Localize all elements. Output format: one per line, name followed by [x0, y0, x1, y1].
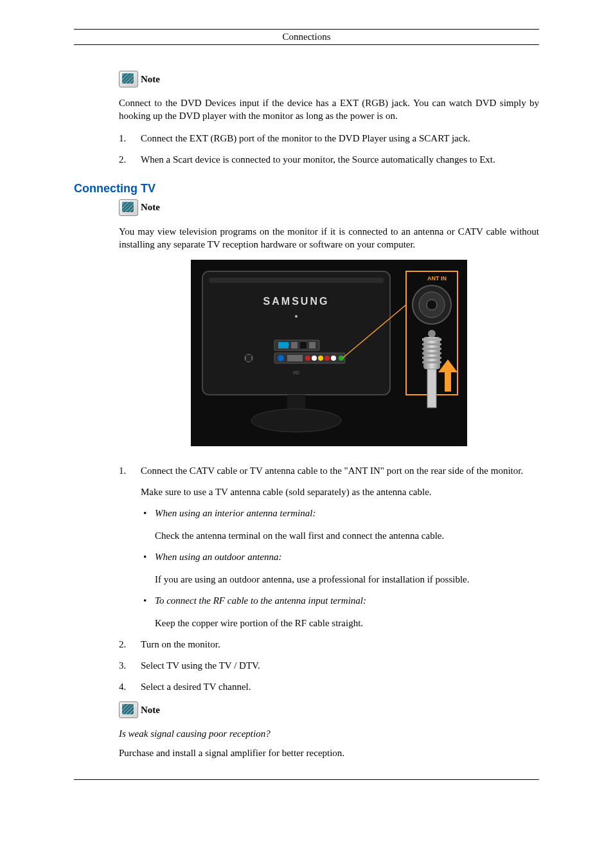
weak-signal-answer: Purchase and install a signal amplifier …: [119, 746, 539, 759]
svg-point-10: [278, 355, 284, 361]
svg-point-3: [295, 315, 298, 318]
svg-point-21: [251, 409, 341, 432]
svg-point-13: [312, 356, 317, 361]
bullet-rf-cable: To connect the RF cable to the antenna i…: [155, 594, 539, 630]
svg-rect-5: [278, 342, 289, 348]
monitor-antenna-illustration: SAMSUNG I/O: [191, 260, 467, 446]
svg-rect-29: [422, 343, 441, 345]
port-label-ant-in: ANT IN: [427, 275, 447, 282]
tv-step-1-sub: Make sure to use a TV antenna cable (sol…: [141, 485, 539, 499]
svg-rect-7: [300, 342, 306, 348]
svg-rect-30: [422, 348, 441, 350]
note-icon: [119, 701, 138, 718]
svg-rect-8: [309, 342, 315, 348]
dvd-intro-paragraph: Connect to the DVD Devices input if the …: [119, 96, 539, 123]
note-block-3: Note: [119, 701, 539, 718]
note-label: Note: [141, 74, 160, 85]
bullet-desc: If you are using an outdoor antenna, use…: [155, 573, 539, 586]
tv-step-3: Select TV using the TV / DTV.: [119, 659, 539, 673]
monitor-brand-text: SAMSUNG: [263, 296, 330, 307]
page-header-title: Connections: [283, 32, 331, 42]
monitor-small-label: I/O: [293, 370, 299, 375]
tv-step-1: Connect the CATV cable or TV antenna cab…: [119, 464, 539, 630]
footer-rule: [74, 779, 539, 780]
svg-rect-31: [422, 352, 441, 354]
tv-step-2: Turn on the monitor.: [119, 638, 539, 651]
svg-rect-32: [422, 357, 441, 359]
section-title-connecting-tv: Connecting TV: [74, 182, 539, 195]
svg-point-34: [428, 330, 436, 338]
svg-rect-11: [287, 355, 303, 361]
note-block-2: Note: [119, 199, 539, 216]
svg-rect-2: [209, 278, 384, 283]
page-header: Connections: [74, 29, 539, 45]
bullet-desc: Check the antenna terminal on the wall f…: [155, 529, 539, 543]
tv-step-4: Select a desired TV channel.: [119, 680, 539, 694]
svg-rect-6: [291, 342, 298, 348]
tv-step-1-bullets: When using an interior antenna terminal:…: [141, 507, 539, 630]
bullet-title: To connect the RF cable to the antenna i…: [155, 595, 366, 606]
bullet-title: When using an outdoor antenna:: [155, 552, 281, 562]
note-label: Note: [141, 202, 160, 213]
tv-connection-figure: SAMSUNG I/O: [119, 260, 539, 449]
svg-point-16: [331, 356, 336, 361]
note-block-1: Note: [119, 71, 539, 87]
tv-intro-paragraph: You may view television programs on the …: [119, 225, 539, 251]
bullet-outdoor-antenna: When using an outdoor antenna: If you ar…: [155, 550, 539, 586]
weak-signal-question: Is weak signal causing poor reception?: [119, 727, 539, 740]
note-label: Note: [141, 705, 160, 716]
bullet-interior-antenna: When using an interior antenna terminal:…: [155, 507, 539, 543]
bullet-desc: Keep the copper wire portion of the RF c…: [155, 617, 539, 630]
tv-step-1-text: Connect the CATV cable or TV antenna cab…: [141, 466, 523, 476]
svg-rect-28: [422, 338, 441, 341]
svg-rect-35: [427, 369, 436, 408]
bullet-title: When using an interior antenna terminal:: [155, 508, 315, 518]
svg-rect-33: [422, 361, 441, 363]
page-content: Note Connect to the DVD Devices input if…: [74, 71, 539, 760]
svg-point-25: [427, 300, 437, 310]
svg-point-15: [324, 356, 330, 361]
svg-rect-19: [246, 355, 251, 361]
note-icon: [119, 71, 138, 87]
svg-point-14: [318, 356, 323, 361]
dvd-step-2: When a Scart device is connected to your…: [119, 153, 539, 167]
svg-rect-1: [202, 271, 390, 395]
tv-steps-list: Connect the CATV cable or TV antenna cab…: [119, 464, 539, 694]
note-icon: [119, 199, 138, 216]
dvd-step-1: Connect the EXT (RGB) port of the monito…: [119, 132, 539, 145]
dvd-steps-list: Connect the EXT (RGB) port of the monito…: [119, 132, 539, 167]
svg-point-12: [305, 356, 310, 361]
